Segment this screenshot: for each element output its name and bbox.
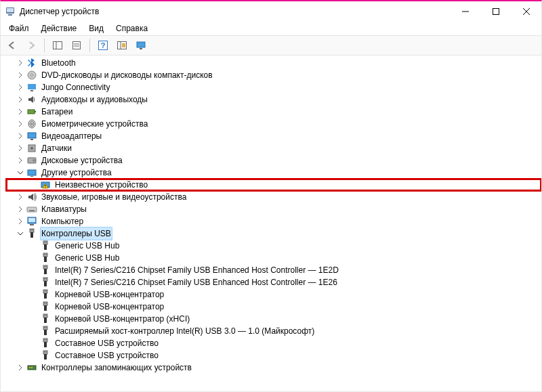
properties-button[interactable] <box>68 37 85 54</box>
svg-rect-59 <box>43 265 47 269</box>
svg-rect-57 <box>46 254 47 255</box>
usb-icon <box>40 253 51 263</box>
tree-node[interactable]: Jungo Connectivity <box>6 81 541 93</box>
tree-node[interactable]: Компьютер <box>6 215 541 227</box>
expand-icon[interactable] <box>16 363 25 372</box>
tree-node[interactable]: Звуковые, игровые и видеоустройства <box>6 191 541 203</box>
expand-icon[interactable] <box>16 204 25 214</box>
tree-node[interactable]: Батареи <box>6 106 541 118</box>
svg-text:?: ? <box>101 41 106 49</box>
tree-node[interactable]: Корневой USB-концентратор (xHCI) <box>6 313 541 325</box>
window-title: Диспетчер устройств <box>20 7 450 16</box>
tree-node-label: Корневой USB-концентратор <box>54 288 165 301</box>
close-button[interactable] <box>511 2 541 22</box>
expand-icon <box>29 351 39 360</box>
expand-icon <box>29 339 39 348</box>
tree-node-label: Jungo Connectivity <box>40 81 111 93</box>
expand-icon[interactable] <box>16 229 25 238</box>
svg-rect-2 <box>8 14 12 16</box>
menu-file[interactable]: Файл <box>3 22 35 35</box>
help-button[interactable]: ? <box>94 37 112 54</box>
expand-icon[interactable] <box>16 168 25 177</box>
titlebar[interactable]: Диспетчер устройств <box>1 1 541 22</box>
menu-help[interactable]: Справка <box>110 22 153 35</box>
toolbar-separator <box>44 39 45 52</box>
tree-node[interactable]: Неизвестное устройство <box>6 179 541 191</box>
tree-node[interactable]: Расширяемый хост-контроллер Intel(R) USB… <box>6 325 541 337</box>
sensor-icon <box>26 143 37 154</box>
svg-rect-16 <box>122 43 125 47</box>
tree-node[interactable]: Контроллеры USB <box>6 227 541 240</box>
expand-icon[interactable] <box>16 144 25 153</box>
tree-node[interactable]: Клавиатуры <box>6 203 541 215</box>
expand-icon[interactable] <box>16 107 25 116</box>
expand-icon[interactable] <box>16 119 25 129</box>
svg-rect-65 <box>46 278 47 280</box>
svg-rect-21 <box>28 84 36 89</box>
tree-node[interactable]: Видеоадаптеры <box>6 130 541 142</box>
jungo-icon <box>26 82 37 93</box>
expand-icon <box>29 326 39 336</box>
usb-icon <box>40 289 51 300</box>
svg-rect-63 <box>43 278 47 281</box>
tree-node[interactable]: Generic USB Hub <box>6 240 541 252</box>
tree-node[interactable]: Корневой USB-концентратор <box>6 288 541 301</box>
tree-node[interactable]: Контроллеры запоминающих устройств <box>6 362 541 374</box>
sound-icon <box>26 192 37 202</box>
expand-icon[interactable] <box>16 58 25 68</box>
bluetooth-icon <box>26 58 37 68</box>
menu-view[interactable]: Вид <box>83 22 109 35</box>
svg-rect-83 <box>43 339 47 342</box>
tree-node-label: Другие устройства <box>40 167 113 179</box>
tree-node[interactable]: Bluetooth <box>6 57 541 69</box>
tree-node[interactable]: Дисковые устройства <box>6 154 541 167</box>
scan-hardware-button[interactable] <box>113 37 131 54</box>
tree-node[interactable]: DVD-дисководы и дисководы компакт-дисков <box>6 69 541 81</box>
tree-node[interactable]: Другие устройства <box>6 167 541 179</box>
expand-icon[interactable] <box>16 192 25 202</box>
tree-node[interactable]: Intel(R) 7 Series/C216 Chipset Family US… <box>6 276 541 288</box>
tree-node[interactable]: Корневой USB-концентратор <box>6 301 541 313</box>
tree-node[interactable]: Generic USB Hub <box>6 252 541 264</box>
svg-rect-64 <box>44 278 45 280</box>
tree-node[interactable]: Датчики <box>6 142 541 154</box>
monitor-button[interactable] <box>132 37 150 54</box>
keyboard-icon <box>26 204 37 215</box>
usb-icon <box>40 277 51 288</box>
audio-icon <box>26 94 37 105</box>
usb-icon <box>40 326 51 336</box>
svg-rect-53 <box>46 242 47 243</box>
minimize-button[interactable] <box>450 2 480 22</box>
usb-icon <box>40 265 51 276</box>
expand-icon[interactable] <box>16 95 25 104</box>
tree-node-label: Звуковые, игровые и видеоустройства <box>40 191 188 203</box>
expand-icon[interactable] <box>16 83 25 92</box>
maximize-button[interactable] <box>480 2 511 22</box>
svg-rect-82 <box>44 330 47 335</box>
show-hide-tree-button[interactable] <box>49 37 66 54</box>
menubar: Файл Действие Вид Справка <box>1 22 541 36</box>
tree-node[interactable]: Аудиовходы и аудиовыходы <box>6 93 541 106</box>
device-tree[interactable]: BluetoothDVD-дисководы и дисководы компа… <box>1 56 541 391</box>
svg-rect-56 <box>44 254 45 255</box>
dvd-icon <box>26 70 37 81</box>
svg-rect-51 <box>43 241 47 244</box>
svg-point-31 <box>30 147 33 150</box>
tree-node[interactable]: Intel(R) 7 Series/C216 Chipset Family US… <box>6 264 541 276</box>
expand-icon[interactable] <box>16 217 25 226</box>
tree-node[interactable]: Составное USB устройство <box>6 349 541 362</box>
biometric-icon <box>26 118 37 129</box>
forward-button[interactable] <box>22 37 40 54</box>
svg-rect-48 <box>30 230 32 231</box>
expand-icon[interactable] <box>16 156 25 165</box>
back-button[interactable] <box>3 37 21 54</box>
tree-node[interactable]: Биометрические устройства <box>6 118 541 130</box>
usb-icon <box>40 350 51 361</box>
menu-action[interactable]: Действие <box>36 22 83 35</box>
expand-icon[interactable] <box>16 70 25 80</box>
svg-rect-61 <box>46 266 47 267</box>
expand-icon <box>29 241 39 251</box>
expand-icon[interactable] <box>16 131 25 141</box>
svg-rect-22 <box>30 90 33 91</box>
tree-node[interactable]: Составное USB устройство <box>6 337 541 349</box>
